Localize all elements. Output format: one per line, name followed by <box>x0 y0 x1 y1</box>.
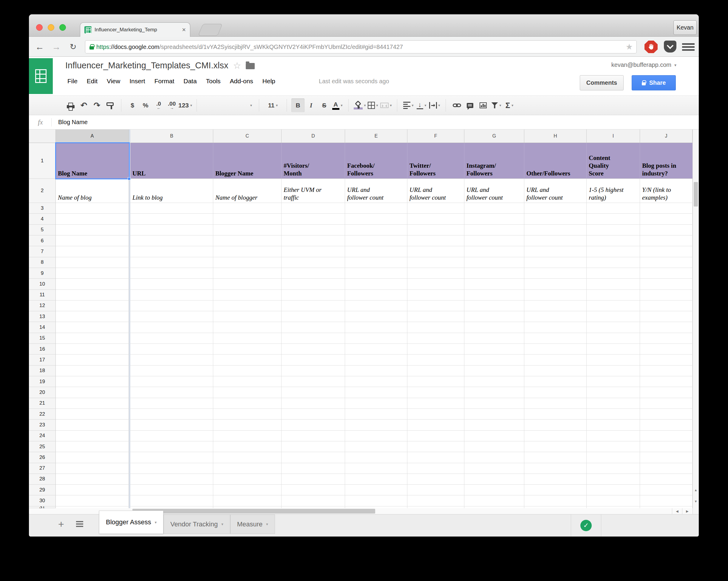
cell-H29[interactable] <box>524 485 587 495</box>
row-header-31[interactable]: 31 <box>29 506 56 508</box>
font-family-select[interactable]: ▾ <box>201 99 254 112</box>
cell-B13[interactable] <box>130 311 213 322</box>
column-header-D[interactable]: D <box>282 129 345 143</box>
insert-chart-button[interactable] <box>476 99 490 112</box>
cell-E7[interactable] <box>345 246 408 257</box>
cell-B5[interactable] <box>130 225 213 235</box>
cell-G6[interactable] <box>464 235 524 246</box>
scroll-left-icon[interactable]: ◀ <box>672 508 682 514</box>
cell-C20[interactable] <box>213 387 282 398</box>
cell-G3[interactable] <box>464 203 524 214</box>
cell-B22[interactable] <box>130 409 213 420</box>
cell-J16[interactable] <box>640 344 693 354</box>
row-header-16[interactable]: 16 <box>29 344 56 354</box>
cell-H12[interactable] <box>524 301 587 311</box>
cell-F15[interactable] <box>408 333 464 344</box>
cell-D17[interactable] <box>282 354 345 365</box>
cell-B29[interactable] <box>130 485 213 495</box>
cell-E19[interactable] <box>345 376 408 387</box>
horizontal-scrollbar-thumb[interactable] <box>132 509 375 513</box>
cell-D30[interactable] <box>282 495 345 506</box>
document-title[interactable]: Influencer_Marketing_Templates_CMI.xlsx <box>65 60 228 70</box>
row-header-1[interactable]: 1 <box>29 143 56 179</box>
cell-J1[interactable]: Blog posts in industry? <box>640 143 693 179</box>
cell-D14[interactable] <box>282 322 345 333</box>
column-header-A[interactable]: A <box>56 129 129 143</box>
close-window-button[interactable] <box>36 24 43 31</box>
cell-E10[interactable] <box>345 279 408 289</box>
cell-J8[interactable] <box>640 257 693 268</box>
cell-H18[interactable] <box>524 365 587 376</box>
cell-J14[interactable] <box>640 322 693 333</box>
paint-format-button[interactable] <box>103 99 116 112</box>
vertical-align-button[interactable]: ↓▾ <box>415 99 428 112</box>
cell-J10[interactable] <box>640 279 693 289</box>
cell-I14[interactable] <box>587 322 640 333</box>
cell-A21[interactable] <box>56 398 129 409</box>
sheet-tab-caret-icon[interactable]: ▾ <box>266 522 268 526</box>
cell-F23[interactable] <box>408 420 464 430</box>
format-currency-button[interactable]: $ <box>126 99 139 112</box>
cell-D9[interactable] <box>282 268 345 279</box>
cell-F5[interactable] <box>408 225 464 235</box>
cell-D1[interactable]: #Visitors/ Month <box>282 143 345 179</box>
cell-G12[interactable] <box>464 301 524 311</box>
cell-F12[interactable] <box>408 301 464 311</box>
text-color-button[interactable]: A▾ <box>331 99 344 112</box>
cell-D18[interactable] <box>282 365 345 376</box>
cell-C2[interactable]: Name of blogger <box>213 179 282 203</box>
cell-D2[interactable]: Either UVM or traffic <box>282 179 345 203</box>
cell-I2[interactable]: 1-5 (5 highest rating) <box>587 179 640 203</box>
row-header-7[interactable]: 7 <box>29 246 56 257</box>
row-header-20[interactable]: 20 <box>29 387 56 398</box>
cell-B25[interactable] <box>130 441 213 452</box>
cell-J22[interactable] <box>640 409 693 420</box>
cell-A5[interactable] <box>56 225 129 235</box>
cell-D22[interactable] <box>282 409 345 420</box>
cell-G5[interactable] <box>464 225 524 235</box>
cell-J2[interactable]: Y/N (link to examples) <box>640 179 693 203</box>
cell-H30[interactable] <box>524 495 587 506</box>
cell-J30[interactable] <box>640 495 693 506</box>
cell-A27[interactable] <box>56 463 129 474</box>
cell-B26[interactable] <box>130 452 213 463</box>
cell-B18[interactable] <box>130 365 213 376</box>
cell-I10[interactable] <box>587 279 640 289</box>
row-header-24[interactable]: 24 <box>29 431 56 441</box>
italic-button[interactable]: I <box>305 99 318 112</box>
cell-A3[interactable] <box>56 203 129 214</box>
cell-C17[interactable] <box>213 354 282 365</box>
cell-D28[interactable] <box>282 474 345 485</box>
cell-E15[interactable] <box>345 333 408 344</box>
cell-G26[interactable] <box>464 452 524 463</box>
cell-C19[interactable] <box>213 376 282 387</box>
cell-I31[interactable] <box>587 506 640 508</box>
cell-E13[interactable] <box>345 311 408 322</box>
cell-G16[interactable] <box>464 344 524 354</box>
cell-D8[interactable] <box>282 257 345 268</box>
formula-bar-value[interactable]: Blog Name <box>58 119 88 126</box>
cell-B12[interactable] <box>130 301 213 311</box>
cell-G30[interactable] <box>464 495 524 506</box>
cell-F22[interactable] <box>408 409 464 420</box>
row-header-11[interactable]: 11 <box>29 290 56 301</box>
cell-D25[interactable] <box>282 441 345 452</box>
cell-B9[interactable] <box>130 268 213 279</box>
cell-H8[interactable] <box>524 257 587 268</box>
cell-H27[interactable] <box>524 463 587 474</box>
cell-B16[interactable] <box>130 344 213 354</box>
cell-A10[interactable] <box>56 279 129 289</box>
cell-F25[interactable] <box>408 441 464 452</box>
cell-A29[interactable] <box>56 485 129 495</box>
reload-icon[interactable]: ↻ <box>67 37 80 57</box>
cell-I17[interactable] <box>587 354 640 365</box>
cell-H5[interactable] <box>524 225 587 235</box>
cell-J6[interactable] <box>640 235 693 246</box>
cell-D27[interactable] <box>282 463 345 474</box>
cell-E24[interactable] <box>345 431 408 441</box>
cell-G24[interactable] <box>464 431 524 441</box>
cell-G23[interactable] <box>464 420 524 430</box>
cell-G13[interactable] <box>464 311 524 322</box>
column-header-H[interactable]: H <box>524 129 587 143</box>
cell-B11[interactable] <box>130 290 213 301</box>
